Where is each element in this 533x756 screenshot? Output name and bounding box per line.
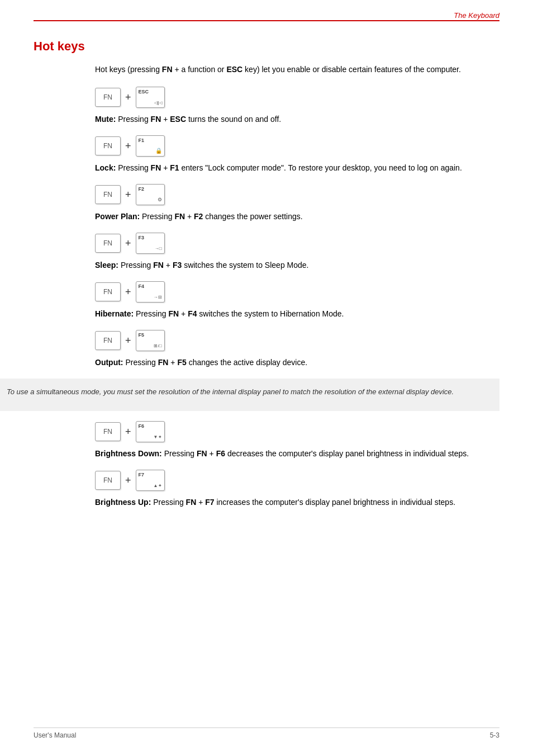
- output-icon: ⊞/□: [154, 343, 161, 348]
- fn-key-brightness-up: FN: [95, 471, 121, 490]
- lock-description: Lock: Pressing FN + F1 enters "Lock comp…: [95, 162, 499, 174]
- f4-key: F4 →⊟: [136, 281, 165, 303]
- sleep-fn: FN: [153, 261, 164, 270]
- hotkey-brightness-down: FN + F6 ▼✦ Brightness Down: Pressing FN …: [95, 421, 499, 460]
- f2-label: F2: [139, 186, 145, 192]
- main-content: Hot keys (pressing FN + a function or ES…: [95, 64, 499, 368]
- powerplan-description: Power Plan: Pressing FN + F2 changes the…: [95, 211, 499, 223]
- info-box-text: To use a simultaneous mode, you must set…: [7, 384, 454, 398]
- plus-powerplan: +: [125, 189, 131, 201]
- plus-sleep: +: [125, 238, 131, 249]
- mute-key: ESC: [170, 115, 186, 124]
- f1-key: F1 🔒: [136, 135, 165, 157]
- hotkey-lock: FN + F1 🔒 Lock: Pressing FN + F1 enters …: [95, 135, 499, 174]
- fn-key-lock: FN: [95, 136, 121, 155]
- output-label: Output:: [95, 358, 123, 367]
- plus-output: +: [125, 335, 131, 347]
- f3-key: F3 →□: [136, 233, 165, 254]
- brightness-down-label: Brightness Down:: [95, 449, 162, 458]
- key-diagram-output: FN + F5 ⊞/□: [95, 330, 499, 351]
- brightness-up-icon: ▲✦: [154, 483, 162, 488]
- powerplan-key: F2: [194, 212, 203, 221]
- esc-label: ESC: [139, 89, 149, 94]
- powerplan-fn: FN: [174, 212, 185, 221]
- key-diagram-hibernate: FN + F4 →⊟: [95, 281, 499, 303]
- intro-text-1: Hot keys (pressing: [95, 65, 162, 74]
- powerplan-icon: ⚙: [158, 197, 162, 202]
- intro-paragraph: Hot keys (pressing FN + a function or ES…: [95, 64, 499, 75]
- output-description: Output: Pressing FN + F5 changes the act…: [95, 357, 499, 368]
- brightness-down-description: Brightness Down: Pressing FN + F6 decrea…: [95, 448, 499, 460]
- output-fn: FN: [158, 358, 169, 367]
- hibernate-label: Hibernate:: [95, 309, 134, 318]
- sleep-label: Sleep:: [95, 261, 118, 270]
- key-diagram-lock: FN + F1 🔒: [95, 135, 499, 157]
- hotkey-sleep: FN + F3 →□ Sleep: Pressing FN + F3 switc…: [95, 233, 499, 271]
- footer-left: User's Manual: [34, 731, 76, 739]
- key-diagram-sleep: FN + F3 →□: [95, 233, 499, 254]
- plus-brightness-up: +: [125, 475, 131, 486]
- page-title: Hot keys: [34, 39, 499, 54]
- brightness-up-key: F7: [205, 498, 214, 507]
- intro-text-3: key) let you enable or disable certain f…: [242, 65, 461, 74]
- esc-key: ESC ◁‖◁: [136, 87, 165, 108]
- f5-label: F5: [139, 332, 145, 338]
- mute-description: Mute: Pressing FN + ESC turns the sound …: [95, 114, 499, 125]
- key-diagram-powerplan: FN + F2 ⚙: [95, 184, 499, 205]
- f5-key: F5 ⊞/□: [136, 330, 165, 351]
- f4-label: F4: [139, 284, 145, 289]
- plus-brightness-down: +: [125, 426, 131, 438]
- brightness-up-label: Brightness Up:: [95, 498, 151, 507]
- hibernate-key: F4: [188, 309, 197, 318]
- mute-icon: ◁‖◁: [154, 101, 162, 105]
- footer-right: 5-3: [490, 731, 499, 739]
- hotkey-brightness-up: FN + F7 ▲✦ Brightness Up: Pressing FN + …: [95, 470, 499, 508]
- sleep-key: F3: [173, 261, 182, 270]
- brightness-down-icon: ▼✦: [154, 434, 162, 440]
- fn-key-brightness-down: FN: [95, 422, 121, 441]
- brightness-down-key: F6: [216, 449, 225, 458]
- main-content-2: FN + F6 ▼✦ Brightness Down: Pressing FN …: [95, 421, 499, 508]
- sleep-icon: →□: [155, 246, 162, 251]
- f6-key: F6 ▼✦: [136, 421, 165, 442]
- f7-key: F7 ▲✦: [136, 470, 165, 491]
- brightness-down-fn: FN: [197, 449, 207, 458]
- f6-label: F6: [139, 423, 145, 429]
- key-diagram-brightness-down: FN + F6 ▼✦: [95, 421, 499, 442]
- fn-key-sleep: FN: [95, 234, 121, 253]
- hotkey-hibernate: FN + F4 →⊟ Hibernate: Pressing FN + F4 s…: [95, 281, 499, 320]
- hotkey-mute: FN + ESC ◁‖◁ Mute: Pressing FN + ESC tur…: [95, 87, 499, 125]
- top-border: [34, 20, 499, 21]
- brightness-up-fn: FN: [186, 498, 197, 507]
- f7-label: F7: [139, 472, 145, 478]
- key-diagram-mute: FN + ESC ◁‖◁: [95, 87, 499, 108]
- info-box: i To use a simultaneous mode, you must s…: [0, 379, 499, 411]
- hotkey-powerplan: FN + F2 ⚙ Power Plan: Pressing FN + F2 c…: [95, 184, 499, 223]
- lock-label: Lock:: [95, 163, 116, 172]
- plus-mute: +: [125, 92, 131, 103]
- hibernate-icon: →⊟: [154, 295, 162, 300]
- fn-key-output: FN: [95, 331, 121, 350]
- plus-hibernate: +: [125, 286, 131, 298]
- page-container: The Keyboard Hot keys Hot keys (pressing…: [0, 0, 533, 756]
- fn-key-hibernate: FN: [95, 282, 121, 301]
- intro-fn: FN: [162, 65, 173, 74]
- lock-icon: 🔒: [155, 148, 162, 154]
- f2-key: F2 ⚙: [136, 184, 165, 205]
- hibernate-description: Hibernate: Pressing FN + F4 switches the…: [95, 308, 499, 320]
- f1-label: F1: [139, 138, 145, 143]
- sleep-description: Sleep: Pressing FN + F3 switches the sys…: [95, 259, 499, 271]
- page-content: Hot keys Hot keys (pressing FN + a funct…: [34, 39, 499, 508]
- mute-fn: FN: [151, 115, 161, 124]
- output-key: F5: [177, 358, 186, 367]
- hotkey-output: FN + F5 ⊞/□ Output: Pressing FN + F5 cha…: [95, 330, 499, 368]
- section-title: The Keyboard: [454, 11, 499, 20]
- fn-key-mute: FN: [95, 88, 121, 107]
- lock-key: F1: [170, 163, 179, 172]
- lock-fn: FN: [151, 163, 161, 172]
- fn-key-powerplan: FN: [95, 185, 121, 204]
- intro-esc: ESC: [226, 65, 242, 74]
- key-diagram-brightness-up: FN + F7 ▲✦: [95, 470, 499, 491]
- plus-lock: +: [125, 140, 131, 152]
- intro-text-2: + a function or: [173, 65, 227, 74]
